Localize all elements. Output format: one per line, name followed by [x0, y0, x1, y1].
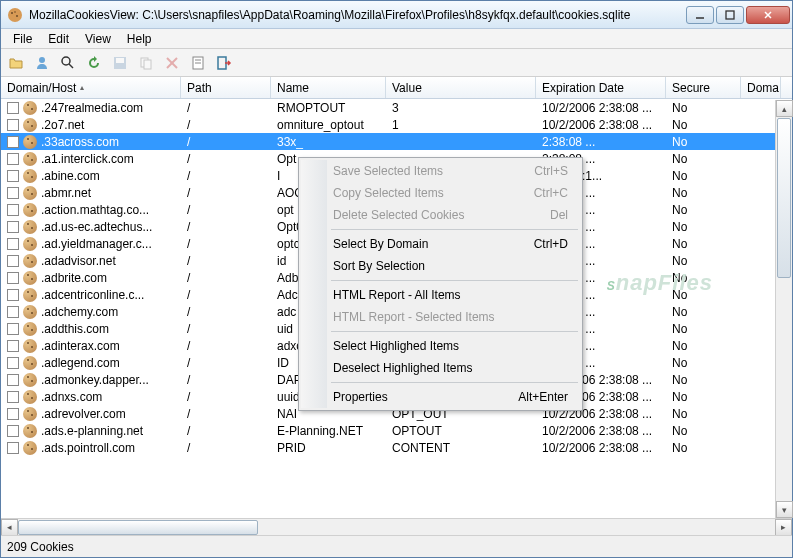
- menu-edit[interactable]: Edit: [40, 30, 77, 48]
- cell-secure: No: [666, 270, 741, 286]
- maximize-button[interactable]: [716, 6, 744, 24]
- titlebar[interactable]: MozillaCookiesView: C:\Users\snapfiles\A…: [1, 1, 792, 29]
- minimize-button[interactable]: [686, 6, 714, 24]
- open-file-icon[interactable]: [5, 52, 27, 74]
- row-checkbox[interactable]: [7, 357, 19, 369]
- context-menu-item[interactable]: PropertiesAlt+Enter: [301, 386, 580, 408]
- row-checkbox[interactable]: [7, 272, 19, 284]
- table-row[interactable]: .247realmedia.com/RMOPTOUT310/2/2006 2:3…: [1, 99, 792, 116]
- column-domain-host[interactable]: Domain/Host▴: [1, 77, 181, 98]
- cell-host: .2o7.net: [41, 118, 84, 132]
- cell-secure: No: [666, 389, 741, 405]
- menu-help[interactable]: Help: [119, 30, 160, 48]
- table-row[interactable]: .ads.pointroll.com/PRIDCONTENT10/2/2006 …: [1, 439, 792, 456]
- cookie-icon: [23, 288, 37, 302]
- row-checkbox[interactable]: [7, 289, 19, 301]
- row-checkbox[interactable]: [7, 391, 19, 403]
- cell-host: .adinterax.com: [41, 339, 120, 353]
- find-icon[interactable]: [57, 52, 79, 74]
- row-checkbox[interactable]: [7, 187, 19, 199]
- properties-icon[interactable]: [187, 52, 209, 74]
- scroll-right-button[interactable]: ▸: [775, 519, 792, 536]
- row-checkbox[interactable]: [7, 153, 19, 165]
- row-checkbox[interactable]: [7, 204, 19, 216]
- svg-point-9: [62, 57, 70, 65]
- cell-expiration: 2:38:08 ...: [536, 134, 666, 150]
- column-domain-overflow[interactable]: Doma: [741, 77, 781, 98]
- scroll-down-button[interactable]: ▾: [776, 501, 793, 518]
- table-row[interactable]: .ads.e-planning.net/E-Planning.NETOPTOUT…: [1, 422, 792, 439]
- cell-secure: No: [666, 372, 741, 388]
- row-checkbox[interactable]: [7, 136, 19, 148]
- column-expiration[interactable]: Expiration Date: [536, 77, 666, 98]
- sort-asc-icon: ▴: [80, 83, 84, 92]
- scroll-left-button[interactable]: ◂: [1, 519, 18, 536]
- row-checkbox[interactable]: [7, 408, 19, 420]
- vertical-scrollbar[interactable]: ▴ ▾: [775, 100, 792, 518]
- scroll-track[interactable]: [18, 519, 775, 536]
- context-menu-item: Copy Selected ItemsCtrl+C: [301, 182, 580, 204]
- cell-expiration: 10/2/2006 2:38:08 ...: [536, 117, 666, 133]
- cookie-icon: [23, 237, 37, 251]
- cell-host: .ad.us-ec.adtechus...: [41, 220, 152, 234]
- row-checkbox[interactable]: [7, 221, 19, 233]
- row-checkbox[interactable]: [7, 340, 19, 352]
- column-secure[interactable]: Secure: [666, 77, 741, 98]
- horizontal-scrollbar[interactable]: ◂ ▸: [1, 518, 792, 535]
- context-menu-item[interactable]: Sort By Selection: [301, 255, 580, 277]
- row-checkbox[interactable]: [7, 170, 19, 182]
- cell-secure: No: [666, 185, 741, 201]
- scroll-thumb[interactable]: [18, 520, 258, 535]
- cell-path: /: [181, 100, 271, 116]
- vscroll-thumb[interactable]: [777, 118, 791, 278]
- menu-view[interactable]: View: [77, 30, 119, 48]
- row-checkbox[interactable]: [7, 323, 19, 335]
- cell-path: /: [181, 440, 271, 456]
- row-checkbox[interactable]: [7, 102, 19, 114]
- context-menu-item[interactable]: HTML Report - All Items: [301, 284, 580, 306]
- cookie-icon: [23, 220, 37, 234]
- cell-host: .adchemy.com: [41, 305, 118, 319]
- cell-secure: No: [666, 219, 741, 235]
- cell-path: /: [181, 117, 271, 133]
- row-checkbox[interactable]: [7, 374, 19, 386]
- cell-host: .247realmedia.com: [41, 101, 143, 115]
- copy-icon[interactable]: [135, 52, 157, 74]
- status-text: 209 Cookies: [7, 540, 74, 554]
- cell-path: /: [181, 219, 271, 235]
- context-menu-item[interactable]: Select By DomainCtrl+D: [301, 233, 580, 255]
- context-menu-item[interactable]: Deselect Highlighed Items: [301, 357, 580, 379]
- window-controls: [684, 6, 790, 24]
- row-checkbox[interactable]: [7, 255, 19, 267]
- save-icon[interactable]: [109, 52, 131, 74]
- column-name[interactable]: Name: [271, 77, 386, 98]
- close-button[interactable]: [746, 6, 790, 24]
- row-checkbox[interactable]: [7, 306, 19, 318]
- refresh-icon[interactable]: [83, 52, 105, 74]
- column-path[interactable]: Path: [181, 77, 271, 98]
- column-value[interactable]: Value: [386, 77, 536, 98]
- scroll-up-button[interactable]: ▴: [776, 100, 793, 117]
- cell-secure: No: [666, 134, 741, 150]
- cell-path: /: [181, 185, 271, 201]
- context-menu-label: Select Highlighed Items: [333, 339, 459, 353]
- context-menu-item[interactable]: Select Highlighed Items: [301, 335, 580, 357]
- cookie-icon: [23, 373, 37, 387]
- row-checkbox[interactable]: [7, 238, 19, 250]
- context-menu-label: Properties: [333, 390, 388, 404]
- cell-name: 33x_: [271, 134, 386, 150]
- row-checkbox[interactable]: [7, 425, 19, 437]
- cell-value: 3: [386, 100, 536, 116]
- row-checkbox[interactable]: [7, 442, 19, 454]
- table-row[interactable]: .2o7.net/omniture_optout110/2/2006 2:38:…: [1, 116, 792, 133]
- delete-icon[interactable]: [161, 52, 183, 74]
- exit-icon[interactable]: [213, 52, 235, 74]
- table-row[interactable]: .33across.com/33x_2:38:08 ...No: [1, 133, 792, 150]
- row-checkbox[interactable]: [7, 119, 19, 131]
- cell-host: .ads.pointroll.com: [41, 441, 135, 455]
- context-menu-label: Deselect Highlighed Items: [333, 361, 472, 375]
- cell-secure: No: [666, 236, 741, 252]
- menu-file[interactable]: File: [5, 30, 40, 48]
- cell-path: /: [181, 423, 271, 439]
- user-icon[interactable]: [31, 52, 53, 74]
